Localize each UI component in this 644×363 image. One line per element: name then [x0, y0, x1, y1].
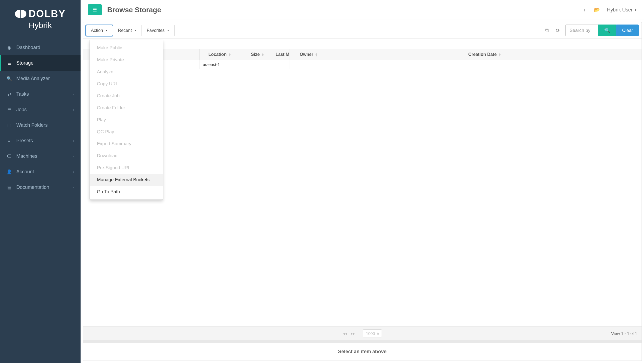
sidebar-item-label: Machines: [16, 153, 37, 159]
menu-item-qc-play: QC Play: [90, 126, 163, 138]
splitter[interactable]: [83, 340, 642, 343]
detail-empty-message: Select an item above: [83, 343, 642, 361]
sidebar-item-documentation[interactable]: ▤Documentation ‹: [0, 180, 81, 195]
caret-down-icon: ▼: [134, 29, 137, 32]
sidebar: DOLBY Hybrik ◉Dashboard ≣Storage 🔍Media …: [0, 0, 81, 363]
table-row[interactable]: us-east-1: [83, 60, 642, 69]
copy-icon[interactable]: ⧉: [544, 26, 550, 35]
chevron-left-icon: ‹: [73, 170, 74, 174]
column-header-owner[interactable]: Owner ▲▼: [290, 49, 328, 60]
cell-location: us-east-1: [200, 60, 240, 69]
brand-logo: DOLBY Hybrik: [0, 0, 81, 35]
folder-open-icon[interactable]: 📂: [594, 7, 600, 13]
sidebar-item-watch-folders[interactable]: ▢Watch Folders: [0, 117, 81, 133]
search-input[interactable]: [565, 25, 598, 36]
column-header-last-modified[interactable]: Last M: [275, 49, 290, 60]
column-label: Creation Date: [468, 52, 497, 57]
menu-item-export-summary: Export Summary: [90, 138, 163, 150]
add-icon[interactable]: ＋: [582, 7, 587, 13]
storage-icon: ≣: [7, 60, 12, 66]
pager-next-icon[interactable]: ▸▸: [351, 331, 355, 336]
menu-item-create-job: Create Job: [90, 90, 163, 102]
dashboard-icon: ◉: [7, 45, 12, 50]
chevron-left-icon: ‹: [73, 186, 74, 189]
main-area: ☰ Browse Storage ＋ 📂 Hybrik User ▼ Actio…: [81, 0, 644, 363]
user-icon: 👤: [7, 169, 12, 174]
sidebar-item-label: Storage: [16, 60, 33, 66]
pager-first-icon[interactable]: ◂◂: [343, 331, 347, 336]
menu-item-go-to-path[interactable]: Go To Path: [90, 186, 163, 198]
jobs-icon: ☰: [7, 107, 12, 112]
monitor-icon: 🖵: [7, 154, 12, 159]
chevron-left-icon: ‹: [73, 108, 74, 112]
toolbar: Action ▼ Recent ▼ Favorites ▼ ⧉: [83, 22, 642, 39]
sidebar-item-machines[interactable]: 🖵Machines ‹: [0, 149, 81, 164]
menu-item-make-private: Make Private: [90, 54, 163, 66]
sidebar-toggle-button[interactable]: ☰: [88, 4, 102, 15]
sidebar-item-jobs[interactable]: ☰Jobs ‹: [0, 102, 81, 117]
button-label: Action: [91, 28, 103, 33]
chevron-left-icon: ‹: [73, 139, 74, 143]
sidebar-item-label: Media Analyzer: [16, 76, 50, 81]
sidebar-item-label: Tasks: [16, 91, 29, 97]
cell-owner: [290, 60, 328, 69]
table-area: Location ▲▼ Size ▲▼ Last M Owner ▲▼: [83, 39, 642, 326]
column-header-location[interactable]: Location ▲▼: [200, 49, 240, 60]
sidebar-item-media-analyzer[interactable]: 🔍Media Analyzer: [0, 71, 81, 86]
sort-icon: ▲▼: [315, 53, 318, 56]
column-header-creation-date[interactable]: Creation Date ▲▼: [328, 49, 642, 60]
favorites-dropdown-button[interactable]: Favorites ▼: [142, 25, 175, 36]
sidebar-item-label: Watch Folders: [16, 122, 48, 128]
menu-item-download: Download: [90, 150, 163, 162]
search-icon: 🔍: [604, 28, 610, 33]
refresh-icon[interactable]: ⟳: [554, 26, 562, 35]
sidebar-item-label: Documentation: [16, 184, 49, 190]
pager: ◂◂ ▸▸ 1000 ▴▾ View 1 - 1 of 1: [83, 326, 642, 340]
brand-hybrik-text: Hybrik: [5, 21, 75, 30]
page-size-value: 1000: [366, 331, 375, 336]
select-caret-icon: ▴▾: [377, 332, 379, 335]
topbar: ☰ Browse Storage ＋ 📂 Hybrik User ▼: [81, 0, 644, 20]
sidebar-item-storage[interactable]: ≣Storage: [0, 55, 81, 71]
sidebar-item-presets[interactable]: ≡Presets ‹: [0, 133, 81, 149]
brand-dolby-text: DOLBY: [29, 8, 66, 20]
sidebar-item-account[interactable]: 👤Account ‹: [0, 164, 81, 180]
caret-down-icon: ▼: [105, 29, 108, 32]
menu-item-manage-external-buckets[interactable]: Manage External Buckets: [90, 174, 163, 186]
sort-icon: ▲▼: [261, 53, 264, 56]
column-label: Owner: [300, 52, 313, 57]
tasks-icon: ⇄: [7, 92, 12, 97]
action-dropdown-button[interactable]: Action ▼: [86, 25, 113, 36]
recent-dropdown-button[interactable]: Recent ▼: [113, 25, 142, 36]
page-size-select[interactable]: 1000 ▴▾: [363, 329, 382, 337]
hamburger-icon: ☰: [93, 7, 97, 13]
user-name: Hybrik User: [607, 7, 633, 13]
button-label: Recent: [118, 28, 132, 33]
sort-icon: ▲▼: [228, 53, 231, 56]
menu-item-analyze: Analyze: [90, 66, 163, 78]
column-header-size[interactable]: Size ▲▼: [240, 49, 275, 60]
page-title: Browse Storage: [107, 6, 161, 14]
search-button[interactable]: 🔍: [598, 25, 616, 36]
menu-item-copy-url: Copy URL: [90, 78, 163, 90]
clear-button[interactable]: Clear: [616, 25, 639, 36]
book-icon: ▤: [7, 185, 12, 190]
pager-info: View 1 - 1 of 1: [611, 331, 637, 336]
sidebar-item-label: Presets: [16, 138, 33, 144]
sort-icon: ▲▼: [498, 53, 501, 56]
chevron-left-icon: ‹: [73, 92, 74, 96]
caret-down-icon: ▼: [167, 29, 170, 32]
sidebar-item-tasks[interactable]: ⇄Tasks ‹: [0, 86, 81, 102]
search-icon: 🔍: [7, 76, 12, 81]
user-menu[interactable]: Hybrik User ▼: [607, 7, 637, 13]
menu-item-make-public: Make Public: [90, 42, 163, 54]
sidebar-item-dashboard[interactable]: ◉Dashboard: [0, 40, 81, 55]
splitter-handle-icon: [356, 341, 369, 342]
column-label: Location: [208, 52, 227, 57]
folder-icon: ▢: [7, 123, 12, 128]
sidebar-item-label: Dashboard: [16, 45, 40, 50]
list-icon: ≡: [7, 138, 12, 143]
sidebar-item-label: Jobs: [16, 107, 27, 113]
chevron-left-icon: ‹: [73, 155, 74, 158]
action-dropdown-menu: Make Public Make Private Analyze Copy UR…: [90, 40, 163, 200]
